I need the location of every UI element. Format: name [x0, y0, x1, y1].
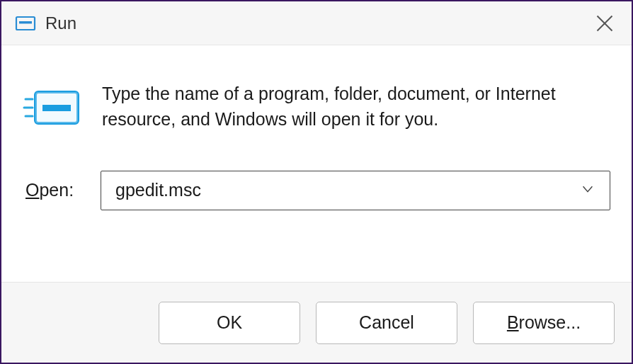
titlebar: Run — [1, 1, 632, 45]
run-icon — [14, 12, 37, 35]
content-area: Type the name of a program, folder, docu… — [1, 45, 632, 210]
cancel-button[interactable]: Cancel — [316, 302, 457, 344]
open-row: Open: gpedit.msc — [23, 171, 610, 210]
button-row: OK Cancel Browse... — [1, 282, 632, 363]
close-button[interactable] — [595, 13, 615, 33]
open-input-value: gpedit.msc — [115, 180, 580, 200]
open-combobox[interactable]: gpedit.msc — [101, 171, 610, 210]
browse-button[interactable]: Browse... — [473, 302, 615, 344]
window-title: Run — [45, 13, 76, 33]
close-icon — [595, 13, 615, 33]
svg-rect-1 — [19, 21, 32, 23]
chevron-down-icon — [580, 181, 595, 200]
svg-rect-6 — [42, 105, 71, 111]
ok-button[interactable]: OK — [159, 302, 300, 344]
run-large-icon — [23, 86, 82, 129]
description-row: Type the name of a program, folder, docu… — [23, 81, 610, 132]
open-label: Open: — [25, 180, 82, 200]
description-text: Type the name of a program, folder, docu… — [102, 81, 598, 132]
